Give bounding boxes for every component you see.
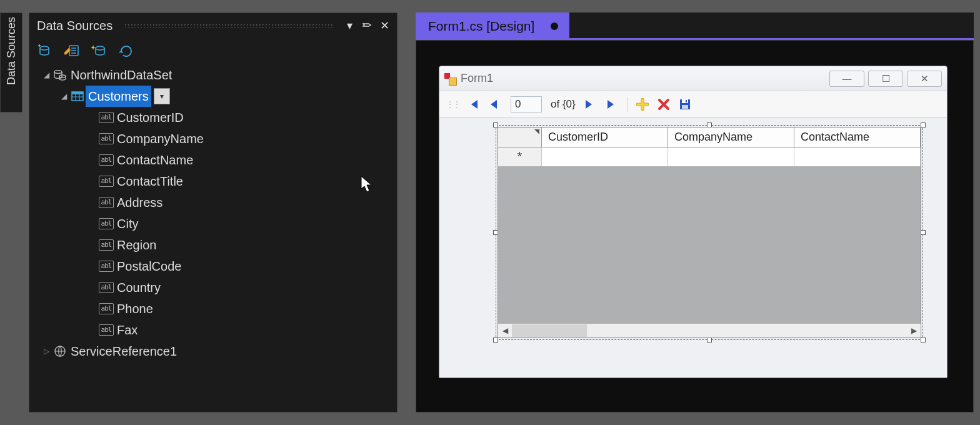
winform-app-icon [444, 73, 456, 84]
drop-type-dropdown-icon[interactable]: ▾ [154, 88, 170, 104]
textfield-icon: abl [98, 133, 114, 144]
panel-close-icon[interactable]: ✕ [378, 19, 391, 32]
panel-menu-dropdown-icon[interactable]: ▾ [343, 19, 356, 32]
textfield-icon: abl [98, 154, 114, 166]
document-tab-strip: Form1.cs [Design] [416, 12, 974, 40]
tree-label: ServiceReference1 [68, 341, 179, 362]
unsaved-indicator-icon [551, 22, 558, 30]
resize-handle-se[interactable] [921, 338, 926, 342]
resize-handle-s[interactable] [707, 338, 712, 342]
refresh-icon[interactable] [118, 43, 134, 59]
designer-surface[interactable]: Form1 — ☐ ✕ ⋮⋮ of {0} [416, 40, 974, 412]
add-data-source-icon[interactable] [36, 43, 52, 59]
control-selection-frame[interactable]: CustomerID CompanyName ContactName * [496, 125, 923, 340]
minimize-button[interactable]: — [829, 71, 864, 87]
scrollbar-thumb[interactable] [512, 324, 587, 337]
data-sources-panel: Data Sources ▾ ✕ [29, 12, 398, 412]
position-input[interactable] [511, 96, 542, 112]
toolbar-separator [627, 97, 628, 112]
tree-node-column[interactable]: ablContactName [29, 149, 397, 171]
grid-column-header[interactable]: CompanyName [668, 128, 794, 147]
datagridview[interactable]: CustomerID CompanyName ContactName * [498, 127, 921, 338]
new-row-indicator-icon: * [498, 148, 542, 166]
scroll-left-icon[interactable]: ◀ [498, 326, 512, 335]
svg-rect-6 [72, 92, 83, 94]
resize-handle-e[interactable] [921, 230, 926, 235]
textfield-icon: abl [98, 303, 114, 314]
tree-label: Phone [114, 298, 156, 319]
textfield-icon: abl [98, 218, 114, 229]
textfield-icon: abl [98, 261, 114, 272]
winform-client-area[interactable]: CustomerID CompanyName ContactName * [439, 118, 947, 378]
expand-caret-icon[interactable]: ◢ [41, 64, 52, 86]
grid-select-all-corner[interactable] [498, 128, 542, 147]
grid-column-header[interactable]: CustomerID [542, 128, 668, 147]
expand-caret-icon[interactable]: ▷ [41, 341, 52, 362]
move-last-button[interactable] [606, 99, 618, 110]
delete-button[interactable] [658, 98, 670, 111]
tree-node-column[interactable]: ablContactTitle [29, 171, 397, 192]
horizontal-scrollbar[interactable]: ◀ ▶ [498, 324, 921, 338]
panel-grip[interactable] [124, 23, 334, 28]
grid-column-header[interactable]: ContactName [794, 128, 921, 147]
tree-label: CustomerID [114, 107, 186, 128]
edit-data-source-icon[interactable] [63, 43, 79, 59]
expand-caret-icon[interactable]: ◢ [58, 86, 69, 107]
tree-node-column[interactable]: ablCustomerID [29, 107, 397, 128]
tree-node-table-customers[interactable]: ◢ Customers ▾ [29, 86, 397, 107]
resize-handle-sw[interactable] [493, 338, 498, 342]
tree-label: Country [114, 277, 163, 298]
svg-rect-10 [686, 100, 687, 102]
tree-node-dataset[interactable]: ◢ NorthwindDataSet [29, 64, 397, 86]
winform-form1[interactable]: Form1 — ☐ ✕ ⋮⋮ of {0} [439, 66, 948, 378]
close-button[interactable]: ✕ [907, 71, 942, 87]
tree-node-service-reference[interactable]: ▷ ServiceReference1 [29, 341, 397, 362]
scroll-right-icon[interactable]: ▶ [907, 326, 921, 335]
scrollbar-track[interactable] [512, 324, 907, 337]
textfield-icon: abl [98, 112, 114, 123]
move-previous-button[interactable] [489, 99, 502, 110]
tree-node-column[interactable]: ablCompanyName [29, 128, 397, 149]
tree-node-column[interactable]: ablPhone [29, 298, 397, 319]
tree-label: Fax [114, 319, 140, 341]
maximize-button[interactable]: ☐ [868, 71, 903, 87]
tree-label: ContactTitle [114, 171, 186, 192]
move-next-button[interactable] [584, 99, 597, 110]
winform-title-text: Form1 [461, 72, 493, 85]
dataset-icon [52, 68, 68, 82]
tree-label: Customers [86, 86, 151, 107]
tree-node-column[interactable]: ablFax [29, 319, 397, 341]
svg-point-0 [40, 46, 49, 50]
document-tab-label: Form1.cs [Design] [428, 19, 534, 33]
tree-node-column[interactable]: ablRegion [29, 234, 397, 256]
datagridview-new-row[interactable]: * [498, 148, 921, 166]
resize-handle-ne[interactable] [921, 122, 926, 128]
tree-label: City [114, 213, 141, 234]
side-tab-data-sources[interactable]: Data Sources [0, 12, 22, 112]
datagridview-header: CustomerID CompanyName ContactName [498, 128, 921, 148]
panel-pin-icon[interactable] [361, 19, 373, 32]
add-new-button[interactable] [636, 98, 649, 111]
move-first-button[interactable] [468, 99, 481, 110]
svg-point-4 [59, 75, 66, 78]
svg-rect-9 [682, 99, 688, 103]
tree-node-column[interactable]: ablPostalCode [29, 256, 397, 277]
configure-data-source-wizard-icon[interactable] [91, 43, 107, 59]
grid-cell[interactable] [794, 148, 921, 166]
grid-cell[interactable] [542, 148, 668, 166]
svg-rect-11 [682, 105, 688, 109]
panel-titlebar: Data Sources ▾ ✕ [29, 13, 397, 38]
tree-node-column[interactable]: ablAddress [29, 192, 397, 213]
grid-cell[interactable] [668, 148, 794, 166]
panel-toolbar [29, 38, 397, 62]
side-tab-label: Data Sources [5, 17, 18, 85]
tree-node-column[interactable]: ablCity [29, 213, 397, 234]
table-icon [69, 89, 86, 103]
document-tab-form1-design[interactable]: Form1.cs [Design] [416, 12, 569, 40]
toolbar-grip-icon[interactable]: ⋮⋮ [446, 99, 459, 109]
tree-label: Region [114, 234, 159, 256]
tree-node-column[interactable]: ablCountry [29, 277, 397, 298]
save-button[interactable] [679, 98, 691, 111]
textfield-icon: abl [98, 324, 114, 336]
tree-label: Address [114, 192, 165, 213]
